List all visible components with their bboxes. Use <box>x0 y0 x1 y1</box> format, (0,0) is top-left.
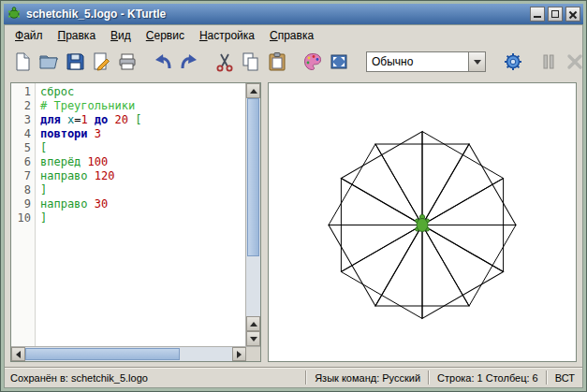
code-line: для x=1 до 20 [ <box>40 113 245 127</box>
chevron-down-icon <box>474 60 481 65</box>
line-number: 6 <box>11 155 31 169</box>
edit-icon <box>91 51 111 72</box>
new-file-icon <box>12 51 33 72</box>
code-line: [ <box>40 141 245 155</box>
status-separator <box>546 370 548 385</box>
scroll-right-button[interactable] <box>232 347 246 361</box>
kturtle-window: schetchik_5.logo - KTurtle ФайлПравкаВид… <box>0 0 587 392</box>
copy-icon <box>241 51 261 72</box>
palette-icon <box>302 51 323 72</box>
paste-icon <box>267 51 287 72</box>
status-separator <box>305 370 307 385</box>
line-number: 9 <box>11 197 31 211</box>
status-insert-mode: ВСТ <box>553 372 577 384</box>
turtle-canvas <box>268 82 577 362</box>
cut-button[interactable] <box>212 49 238 75</box>
print-button[interactable] <box>114 49 140 75</box>
line-number: 10 <box>11 211 31 225</box>
abort-button[interactable] <box>562 49 587 75</box>
scroll-down-button[interactable] <box>246 331 260 346</box>
fullscreen-icon <box>329 51 349 72</box>
abort-x-icon <box>565 51 585 72</box>
status-separator <box>428 370 430 385</box>
arrow-right-icon <box>237 351 242 358</box>
code-line: сброс <box>40 85 245 99</box>
minimize-button[interactable] <box>530 7 545 22</box>
run-gear-icon <box>503 51 523 72</box>
undo-icon <box>153 51 173 72</box>
code-line: направо 30 <box>40 197 245 211</box>
arrow-up-icon <box>250 89 257 94</box>
code-lines[interactable]: сброс# Треугольникидля x=1 до 20 [повтор… <box>36 83 245 346</box>
line-number: 5 <box>11 141 31 155</box>
edit-button[interactable] <box>88 49 114 75</box>
close-button[interactable] <box>565 7 580 22</box>
titlebar[interactable]: schetchik_5.logo - KTurtle <box>4 4 583 24</box>
kturtle-app-icon <box>7 6 22 23</box>
window-title: schetchik_5.logo - KTurtle <box>26 7 527 21</box>
line-number: 1 <box>11 85 31 99</box>
horizontal-scroll-thumb[interactable] <box>25 348 180 360</box>
pause-button[interactable] <box>536 49 562 75</box>
speed-select-dropdown-button[interactable] <box>468 52 485 71</box>
toolbar: Обычно <box>5 46 582 78</box>
code-line: повтори 3 <box>40 127 245 141</box>
redo-icon <box>179 51 199 72</box>
status-cursor-position: Строка: 1 Столбец: 6 <box>435 372 540 384</box>
arrow-left-icon <box>16 351 21 358</box>
code-line: # Треугольники <box>40 99 245 113</box>
color-picker-button[interactable] <box>300 49 326 75</box>
menu-item-5[interactable]: Справка <box>262 26 321 45</box>
redo-button[interactable] <box>176 49 202 75</box>
status-command-language: Язык команд: Русский <box>313 372 422 384</box>
menubar: ФайлПравкаВидСервисНастройкаСправка <box>5 25 582 46</box>
vertical-scroll-thumb[interactable] <box>247 98 259 256</box>
paste-button[interactable] <box>264 49 290 75</box>
code-line: направо 120 <box>40 169 245 183</box>
save-icon <box>65 51 85 72</box>
menu-item-1[interactable]: Правка <box>51 26 104 45</box>
main-area: 12345678910 сброс# Треугольникидля x=1 д… <box>5 78 582 367</box>
scrollbar-corner <box>246 347 260 361</box>
code-line: ] <box>40 211 245 225</box>
editor-vertical-scrollbar[interactable] <box>245 83 260 346</box>
line-number: 2 <box>11 99 31 113</box>
save-file-button[interactable] <box>62 49 88 75</box>
code-editor[interactable]: 12345678910 сброс# Треугольникидля x=1 д… <box>10 82 261 362</box>
open-folder-icon <box>38 51 59 72</box>
statusbar: Сохранён в: schetchik_5.logo Язык команд… <box>5 367 582 387</box>
line-number: 8 <box>11 183 31 197</box>
arrow-down-icon <box>250 337 257 341</box>
maximize-button[interactable] <box>548 7 563 22</box>
line-number: 3 <box>11 113 31 127</box>
menu-item-3[interactable]: Сервис <box>139 26 192 45</box>
turtle-canvas-svg <box>269 83 576 361</box>
editor-horizontal-scrollbar[interactable] <box>11 346 260 361</box>
menu-item-2[interactable]: Вид <box>103 26 139 45</box>
pause-icon <box>538 51 559 72</box>
scroll-up-button-2[interactable] <box>246 316 260 331</box>
arrow-up-icon <box>250 322 257 327</box>
cut-icon <box>214 51 235 72</box>
speed-select[interactable]: Обычно <box>366 51 486 72</box>
new-file-button[interactable] <box>9 49 36 75</box>
line-number: 7 <box>11 169 31 183</box>
menu-item-0[interactable]: Файл <box>7 26 51 45</box>
copy-button[interactable] <box>238 49 264 75</box>
speed-select-value: Обычно <box>367 55 468 68</box>
line-numbers: 12345678910 <box>11 83 36 346</box>
scroll-up-button[interactable] <box>246 83 260 98</box>
run-button[interactable] <box>500 49 526 75</box>
code-line: ] <box>40 183 245 197</box>
undo-button[interactable] <box>150 49 176 75</box>
scroll-left-button[interactable] <box>11 347 25 361</box>
line-number: 4 <box>11 127 31 141</box>
code-line: вперёд 100 <box>40 155 245 169</box>
fullscreen-button[interactable] <box>326 49 352 75</box>
print-icon <box>117 51 138 72</box>
open-file-button[interactable] <box>36 49 62 75</box>
status-message: Сохранён в: schetchik_5.logo <box>10 372 300 384</box>
menu-item-4[interactable]: Настройка <box>192 26 262 45</box>
